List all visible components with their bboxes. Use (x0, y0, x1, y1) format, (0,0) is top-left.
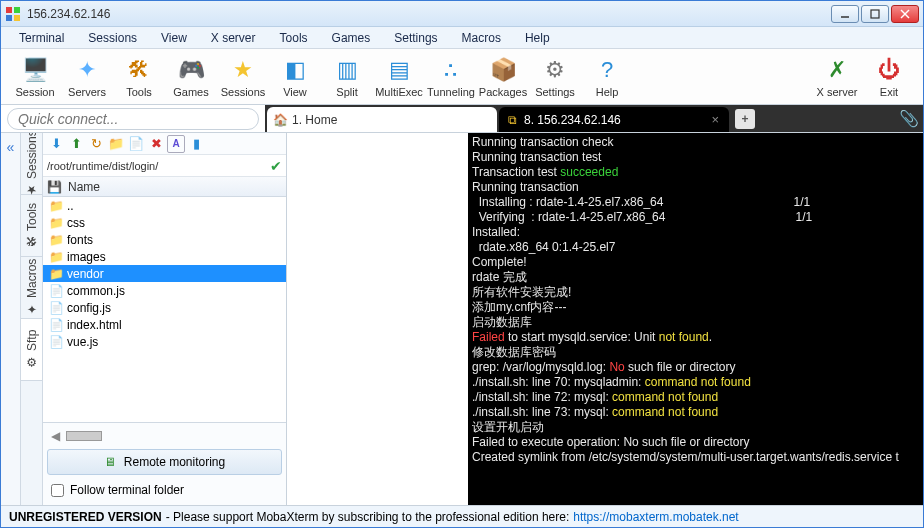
toolbar-multiexec-button[interactable]: ▤MultiExec (373, 51, 425, 103)
file-row[interactable]: 📁css (43, 214, 286, 231)
folder-icon: 📁 (49, 199, 63, 213)
letter-icon[interactable]: A (167, 135, 185, 153)
sidetab-sessions[interactable]: ★Sessions (21, 133, 42, 195)
toolbar-label: View (283, 86, 307, 98)
new-folder-icon[interactable]: 📁 (107, 135, 125, 153)
toolbar-games-button[interactable]: 🎮Games (165, 51, 217, 103)
main-area: « ★Sessions🛠Tools✦Macros⚙Sftp ⬇ ⬆ ↻ 📁 📄 … (1, 133, 923, 505)
new-file-icon[interactable]: 📄 (127, 135, 145, 153)
menu-sessions[interactable]: Sessions (78, 29, 147, 47)
toolbar-label: Games (173, 86, 208, 98)
file-row[interactable]: 📄common.js (43, 282, 286, 299)
file-row[interactable]: 📁fonts (43, 231, 286, 248)
svg-rect-5 (871, 10, 879, 18)
toolbar-settings-button[interactable]: ⚙Settings (529, 51, 581, 103)
paperclip-icon[interactable]: 📎 (899, 109, 919, 128)
file-row[interactable]: 📄index.html (43, 316, 286, 333)
tools-icon: 🛠 (125, 56, 153, 84)
packages-icon: 📦 (489, 56, 517, 84)
toolbar-label: Exit (880, 86, 898, 98)
toolbar-split-button[interactable]: ▥Split (321, 51, 373, 103)
file-list[interactable]: 📁..📁css📁fonts📁images📁vendor📄common.js📄co… (43, 197, 286, 422)
app-icon (5, 6, 21, 22)
disk-icon: 💾 (47, 180, 62, 194)
file-name: config.js (67, 301, 111, 315)
toolbar-exit-button[interactable]: ⏻Exit (863, 51, 915, 103)
file-header[interactable]: 💾 Name (43, 177, 286, 197)
toolbar-view-button[interactable]: ◧View (269, 51, 321, 103)
download-icon[interactable]: ⬇ (47, 135, 65, 153)
sidetab-sftp[interactable]: ⚙Sftp (21, 319, 42, 381)
file-row[interactable]: 📄config.js (43, 299, 286, 316)
status-link[interactable]: https://mobaxterm.mobatek.net (573, 510, 738, 524)
tab-row: 🏠 1. Home ⧉ 8. 156.234.62.146 × + 📎 (1, 105, 923, 133)
quick-connect-input[interactable] (7, 108, 259, 130)
toolbar-packages-button[interactable]: 📦Packages (477, 51, 529, 103)
xserver-icon: ✗ (823, 56, 851, 84)
folder-icon: 📁 (49, 250, 63, 264)
scroll-hint[interactable]: ◀ (47, 427, 282, 445)
toolbar: 🖥️Session✦Servers🛠Tools🎮Games★Sessions◧V… (1, 49, 923, 105)
menu-help[interactable]: Help (515, 29, 560, 47)
close-tab-icon[interactable]: × (711, 112, 719, 127)
terminal-icon: ⧉ (505, 113, 519, 127)
menu-tools[interactable]: Tools (270, 29, 318, 47)
svg-rect-3 (14, 15, 20, 21)
toolbar-label: Settings (535, 86, 575, 98)
toolbar-servers-button[interactable]: ✦Servers (61, 51, 113, 103)
remote-monitoring-label: Remote monitoring (124, 455, 225, 469)
file-row[interactable]: 📁vendor (43, 265, 286, 282)
menu-macros[interactable]: Macros (452, 29, 511, 47)
multiexec-icon: ▤ (385, 56, 413, 84)
file-row[interactable]: 📄vue.js (43, 333, 286, 350)
toolbar-tunneling-button[interactable]: ⛬Tunneling (425, 51, 477, 103)
file-icon: 📄 (49, 318, 63, 332)
menu-games[interactable]: Games (322, 29, 381, 47)
upload-icon[interactable]: ⬆ (67, 135, 85, 153)
minimize-button[interactable] (831, 5, 859, 23)
folder-icon: 📁 (49, 233, 63, 247)
toolbar-session-button[interactable]: 🖥️Session (9, 51, 61, 103)
maximize-button[interactable] (861, 5, 889, 23)
collapse-sidebar-button[interactable]: « (1, 133, 21, 505)
sidetab-tools[interactable]: 🛠Tools (21, 195, 42, 257)
servers-icon: ✦ (73, 56, 101, 84)
follow-checkbox[interactable] (51, 484, 64, 497)
toolbar-label: Sessions (221, 86, 266, 98)
tab-home[interactable]: 🏠 1. Home (267, 107, 497, 132)
help-icon: ? (593, 56, 621, 84)
chevron-left-icon[interactable]: ◀ (51, 429, 60, 443)
refresh-icon[interactable]: ↻ (87, 135, 105, 153)
tab-session-active[interactable]: ⧉ 8. 156.234.62.146 × (499, 107, 729, 132)
remote-monitoring-button[interactable]: 🖥 Remote monitoring (47, 449, 282, 475)
filter-icon[interactable]: ▮ (187, 135, 205, 153)
toolbar-sessions-button[interactable]: ★Sessions (217, 51, 269, 103)
split-icon: ▥ (333, 56, 361, 84)
terminal-output[interactable]: Running transaction checkRunning transac… (468, 133, 923, 505)
menu-terminal[interactable]: Terminal (9, 29, 74, 47)
file-name: .. (67, 199, 74, 213)
menu-x-server[interactable]: X server (201, 29, 266, 47)
svg-rect-1 (14, 7, 20, 13)
close-button[interactable] (891, 5, 919, 23)
toolbar-tools-button[interactable]: 🛠Tools (113, 51, 165, 103)
games-icon: 🎮 (177, 56, 205, 84)
sidetab-macros[interactable]: ✦Macros (21, 257, 42, 319)
status-message: - Please support MobaXterm by subscribin… (166, 510, 570, 524)
file-name: index.html (67, 318, 122, 332)
file-row[interactable]: 📁images (43, 248, 286, 265)
file-icon: 📄 (49, 301, 63, 315)
toolbar-label: Packages (479, 86, 527, 98)
menu-settings[interactable]: Settings (384, 29, 447, 47)
new-tab-button[interactable]: + (735, 109, 755, 129)
home-icon: 🏠 (273, 113, 287, 127)
toolbar-help-button[interactable]: ?Help (581, 51, 633, 103)
path-input[interactable] (47, 160, 266, 172)
delete-icon[interactable]: ✖ (147, 135, 165, 153)
monitor-icon: 🖥 (104, 455, 116, 469)
scrollbar-thumb[interactable] (66, 431, 102, 441)
folder-icon: 📁 (49, 267, 63, 281)
file-row[interactable]: 📁.. (43, 197, 286, 214)
menu-view[interactable]: View (151, 29, 197, 47)
toolbar-xserver-button[interactable]: ✗X server (811, 51, 863, 103)
